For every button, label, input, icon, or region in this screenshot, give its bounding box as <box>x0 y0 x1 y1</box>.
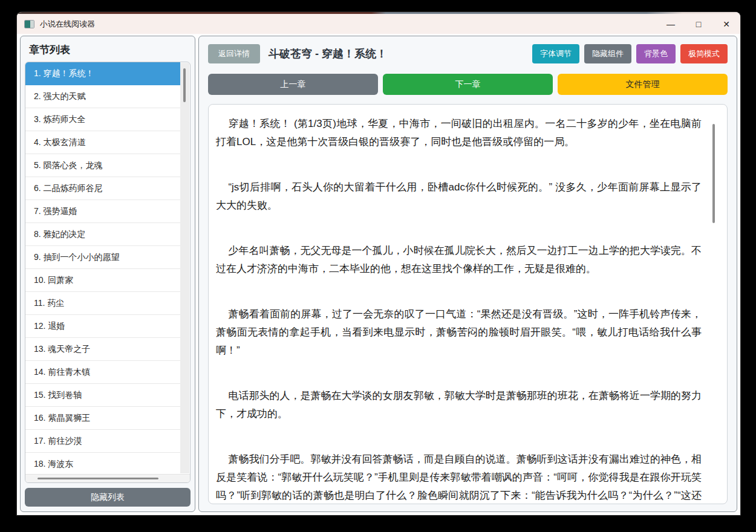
chapter-list-item[interactable]: 17. 前往沙漠 <box>25 430 180 453</box>
vertical-scrollbar-thumb[interactable] <box>183 68 186 102</box>
chapter-list-item[interactable]: 12. 退婚 <box>25 315 180 338</box>
chapter-list-item[interactable]: 4. 太极玄清道 <box>25 131 180 154</box>
background-color-button[interactable]: 背景色 <box>636 44 676 63</box>
novel-paragraph: 少年名叫萧畅，无父无母是一个孤儿，小时候在孤儿院长大，然后又一边打工一边上学的把… <box>216 242 702 278</box>
prev-chapter-button[interactable]: 上一章 <box>208 74 378 95</box>
titlebar: 小说在线阅读器 — □ ✕ <box>17 14 740 34</box>
window-controls: — □ ✕ <box>657 14 740 34</box>
chapter-list-item[interactable]: 9. 抽到一个小小的愿望 <box>25 246 180 269</box>
chapter-list-item[interactable]: 1. 穿越！系统！ <box>25 62 180 85</box>
app-window: 小说在线阅读器 — □ ✕ 章节列表 1. 穿越！系统！2. 强大的天赋3. 炼… <box>17 12 740 515</box>
chapter-list: 1. 穿越！系统！2. 强大的天赋3. 炼药师大全4. 太极玄清道5. 陨落心炎… <box>25 62 191 483</box>
chapter-list-item[interactable]: 5. 陨落心炎，龙魂 <box>25 154 180 177</box>
app-body: 章节列表 1. 穿越！系统！2. 强大的天赋3. 炼药师大全4. 太极玄清道5.… <box>17 34 740 515</box>
chapter-list-item[interactable]: 6. 二品炼药师谷尼 <box>25 177 180 200</box>
novel-paragraph: 萧畅看着面前的屏幕，过了一会无奈的叹了一口气道：“果然还是没有晋级。”这时，一阵… <box>216 305 702 360</box>
font-adjust-button[interactable]: 字体调节 <box>532 44 579 63</box>
chapter-list-item[interactable]: 3. 炼药师大全 <box>25 108 180 131</box>
novel-paragraph: 电话那头的人，是萧畅在大学谈的女朋友郭敏，郭敏大学时是萧畅那班的班花，在萧畅将近… <box>216 387 702 423</box>
chapter-nav: 上一章下一章文件管理 <box>208 74 728 95</box>
chapter-list-horizontal-scrollbar[interactable] <box>25 474 190 482</box>
back-to-details-button[interactable]: 返回详情 <box>208 44 260 63</box>
chapter-list-item[interactable]: 14. 前往青木镇 <box>25 361 180 384</box>
page-title: 斗破苍穹 - 穿越！系统！ <box>269 47 387 61</box>
reader-scrollbar-thumb[interactable] <box>712 124 715 223</box>
chapter-list-item[interactable]: 2. 强大的天赋 <box>25 85 180 108</box>
close-button[interactable]: ✕ <box>712 14 740 34</box>
novel-paragraph: 萧畅我们分手吧。郭敏并没有回答萧畅话，而是自顾自的说道。萧畅听到这话并没有漏出难… <box>216 450 702 504</box>
chapter-list-item[interactable]: 10. 回萧家 <box>25 269 180 292</box>
window-title: 小说在线阅读器 <box>40 19 95 30</box>
next-chapter-button[interactable]: 下一章 <box>383 74 553 95</box>
novel-paragraph: 穿越！系统！ (第1/3页)地球，华夏，中海市，一间破旧的出租屋内。一名二十多岁… <box>216 115 702 151</box>
hide-list-button[interactable]: 隐藏列表 <box>25 488 191 507</box>
chapter-list-vertical-scrollbar[interactable] <box>180 63 189 473</box>
chapter-list-item[interactable]: 18. 海波东 <box>25 453 180 476</box>
maximize-button[interactable]: □ <box>685 14 712 34</box>
toolbar: 字体调节隐藏组件背景色极简模式 <box>532 44 728 63</box>
chapter-sidebar: 章节列表 1. 穿越！系统！2. 强大的天赋3. 炼药师大全4. 太极玄清道5.… <box>20 36 195 512</box>
chapter-list-item[interactable]: 13. 魂天帝之子 <box>25 338 180 361</box>
chapter-items: 1. 穿越！系统！2. 强大的天赋3. 炼药师大全4. 太极玄清道5. 陨落心炎… <box>25 62 190 474</box>
chapter-list-item[interactable]: 16. 紫晶翼狮王 <box>25 407 180 430</box>
novel-paragraph: “js切后排啊，石头人你的大留着干什么用，卧槽adc你什么时候死的。” 没多久，… <box>216 178 702 215</box>
horizontal-scrollbar-thumb[interactable] <box>37 478 158 479</box>
reader-content: 穿越！系统！ (第1/3页)地球，华夏，中海市，一间破旧的出租屋内。一名二十多岁… <box>216 115 702 504</box>
reader-panel: 返回详情 斗破苍穹 - 穿越！系统！ 字体调节隐藏组件背景色极简模式 上一章下一… <box>198 36 737 512</box>
reader-header: 返回详情 斗破苍穹 - 穿越！系统！ 字体调节隐藏组件背景色极简模式 <box>208 44 728 64</box>
minimize-button[interactable]: — <box>657 14 685 34</box>
chapter-list-item[interactable]: 7. 强势逼婚 <box>25 200 180 223</box>
reader-textarea: 穿越！系统！ (第1/3页)地球，华夏，中海市，一间破旧的出租屋内。一名二十多岁… <box>208 104 728 504</box>
chapter-list-item[interactable]: 8. 雅妃的决定 <box>25 223 180 246</box>
file-manager-button[interactable]: 文件管理 <box>558 74 728 95</box>
minimal-mode-button[interactable]: 极简模式 <box>680 44 728 63</box>
chapter-list-item[interactable]: 11. 药尘 <box>25 292 180 315</box>
chapter-list-item[interactable]: 15. 找到卷轴 <box>25 384 180 407</box>
sidebar-title: 章节列表 <box>21 36 195 62</box>
hide-widgets-button[interactable]: 隐藏组件 <box>584 44 631 63</box>
app-icon <box>24 20 34 28</box>
